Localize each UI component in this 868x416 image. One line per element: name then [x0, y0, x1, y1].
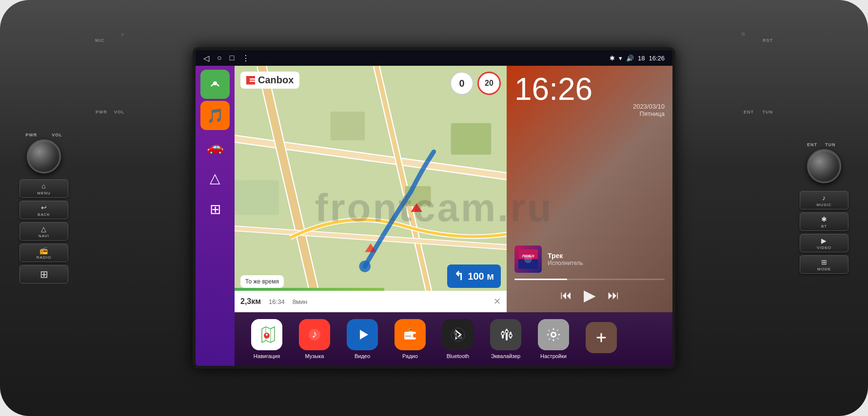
dock-app-maps[interactable]: Навигация [245, 319, 289, 359]
play-progress-bar [514, 279, 665, 280]
pwr-vol-knob[interactable] [27, 139, 61, 173]
canbox-e-logo [246, 76, 255, 85]
car-unit: MIC PWR VOL RST ENT TUN PWR VOL ⌂ MENU ↩… [0, 0, 868, 416]
back-icon: ↩ [41, 204, 47, 211]
car-app[interactable]: 🚗 [200, 132, 230, 161]
prev-button[interactable]: ⏮ [560, 288, 572, 302]
next-button[interactable]: ⏭ [608, 288, 619, 302]
maps-label: Навигация [254, 353, 280, 359]
navi-app[interactable]: △ [200, 163, 230, 192]
carplay-app[interactable] [200, 70, 230, 99]
navi-sidebar-icon: △ [210, 170, 220, 186]
volume-level: 18 [638, 55, 645, 62]
grid-sidebar-icon: ⊞ [210, 201, 221, 217]
svg-point-33 [413, 334, 417, 338]
music-button[interactable]: ♪ MUSIC [800, 191, 848, 209]
svg-text:ЛЮБЭ: ЛЮБЭ [522, 254, 534, 258]
bt-button[interactable]: ✱ BT [800, 212, 848, 231]
speed-signs: 0 20 [450, 72, 501, 95]
screen-wrapper: ◁ ○ □ ⋮ ✱ ▾ 🔊 18 16:26 [88, 0, 780, 416]
grid-icon: ⊞ [40, 268, 48, 280]
dock-app-music[interactable]: ♪ Музыка [293, 319, 336, 359]
radio-svg-icon: 📻 [400, 325, 420, 344]
dock-app-radio[interactable]: 📻 Радио [388, 319, 432, 359]
dock-app-settings[interactable]: Настройки [532, 319, 575, 359]
navi-icon: △ [41, 225, 47, 233]
navi-button[interactable]: △ NAVI [20, 222, 68, 241]
album-art-inner: ЛЮБЭ [514, 246, 542, 273]
ent-tun-knob[interactable] [807, 149, 841, 183]
plus-icon [586, 322, 617, 353]
video-icon [347, 319, 378, 350]
video-button[interactable]: ▶ VIDEO [800, 234, 848, 252]
settings-label: Настройки [540, 353, 567, 359]
music-svg-icon: ♪ [305, 325, 324, 344]
android-screen: ◁ ○ □ ⋮ ✱ ▾ 🔊 18 16:26 [196, 50, 672, 366]
left-buttons: ⌂ MENU ↩ BACK △ NAVI 📻 RADIO ⊞ [20, 179, 68, 284]
music-right-icon: ♪ [822, 194, 826, 202]
video-right-icon: ▶ [821, 237, 827, 245]
navi-label: NAVI [39, 234, 49, 238]
album-art-svg: ЛЮБЭ [518, 249, 538, 269]
ent-knob-label: ENT [807, 142, 817, 147]
dock-app-plus[interactable] [579, 322, 623, 356]
svg-rect-13 [235, 180, 279, 215]
dock-app-equalizer[interactable]: Эквалайзер [484, 319, 528, 359]
mode-button[interactable]: ⊞ MODE [800, 255, 848, 274]
settings-icon [538, 319, 569, 350]
status-time: 16:26 [649, 55, 665, 62]
music-controls: ⏮ ▶ ⏭ [514, 286, 665, 304]
bluetooth-status-icon: ✱ [610, 55, 615, 62]
canbox-logo: Canbox [240, 72, 299, 89]
svg-point-43 [501, 332, 504, 335]
grid-button[interactable]: ⊞ [20, 265, 68, 284]
album-art: ЛЮБЭ [514, 246, 542, 273]
left-panel: PWR VOL ⌂ MENU ↩ BACK △ NAVI 📻 RADIO [0, 0, 88, 416]
bluetooth-label: Bluetooth [447, 353, 469, 359]
play-progress-fill [514, 279, 567, 280]
home-nav-button[interactable]: ○ [217, 54, 222, 62]
music-label: Музыка [305, 353, 324, 359]
svg-point-48 [552, 333, 555, 336]
eq-svg-icon [496, 325, 515, 344]
nav-arrow-icon: ↰ [454, 269, 464, 283]
recents-nav-button[interactable]: □ [230, 54, 235, 62]
vol-knob-label: VOL [52, 132, 62, 137]
svg-point-15 [359, 261, 371, 272]
map-panel[interactable]: Canbox 0 20 То же время [235, 66, 507, 312]
nav-eta: 16:34 [269, 298, 285, 305]
back-nav-button[interactable]: ◁ [203, 54, 209, 63]
music-sidebar-app[interactable]: 🎵 [200, 101, 230, 130]
menu-icon: ⌂ [41, 182, 46, 190]
nav-distance: 2,3км [240, 297, 261, 306]
back-button[interactable]: ↩ BACK [20, 201, 68, 219]
music-section: ЛЮБЭ Трек Исполнитель [514, 246, 665, 304]
radio-button[interactable]: 📻 RADIO [20, 244, 68, 262]
clock-date-value: 2023/03/10 [633, 103, 665, 110]
menu-label: MENU [37, 191, 51, 195]
app-sidebar: 🎵 🚗 △ ⊞ [196, 66, 235, 366]
video-right-label: VIDEO [817, 246, 831, 250]
nav-close-button[interactable]: ✕ [493, 296, 501, 307]
dock-app-bluetooth[interactable]: 📞 Bluetooth [436, 319, 480, 359]
grid-app[interactable]: ⊞ [200, 194, 230, 224]
track-info: Трек Исполнитель [548, 252, 665, 266]
video-svg-icon [353, 325, 372, 344]
right-knob-labels: ENT TUN [807, 142, 841, 147]
tun-knob-label: TUN [825, 142, 836, 147]
main-content: 🎵 🚗 △ ⊞ [196, 66, 672, 366]
svg-rect-34 [405, 336, 411, 337]
video-label: Видео [355, 353, 370, 359]
equalizer-label: Эквалайзер [491, 353, 520, 359]
nav-direction-box[interactable]: ↰ 100 м [447, 265, 501, 288]
plus-svg-icon [592, 328, 611, 347]
nav-direction-distance: 100 м [468, 271, 494, 282]
carplay-icon [207, 76, 223, 92]
knob-labels: PWR VOL [25, 132, 62, 137]
menu-button[interactable]: ⌂ MENU [20, 179, 68, 198]
dock-app-video[interactable]: Видео [340, 319, 384, 359]
more-nav-button[interactable]: ⋮ [242, 54, 250, 63]
svg-text:♪: ♪ [312, 328, 317, 340]
play-button[interactable]: ▶ [584, 286, 596, 304]
volume-status-icon: 🔊 [626, 55, 634, 62]
